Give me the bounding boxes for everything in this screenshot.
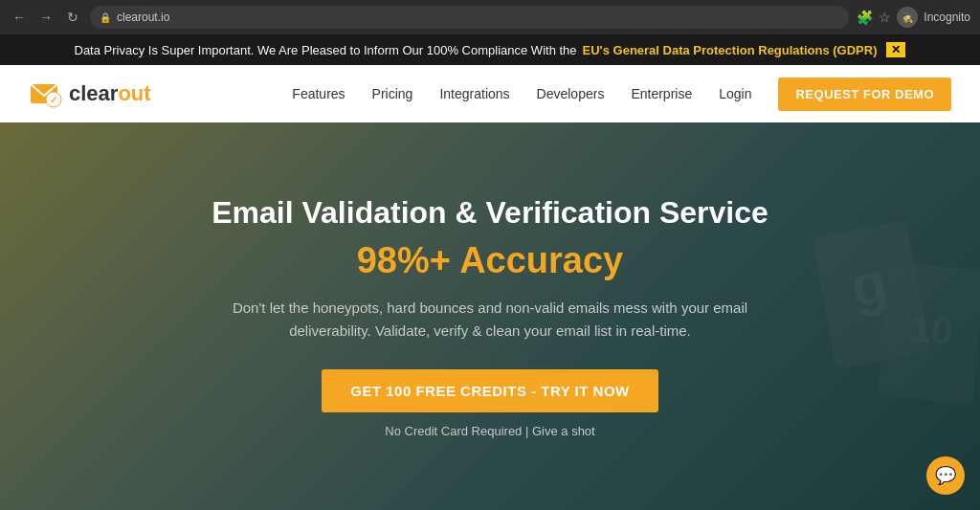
hero-cta-button[interactable]: GET 100 FREE CREDITS - TRY IT NOW — [322, 369, 658, 412]
nav-pricing[interactable]: Pricing — [372, 86, 413, 101]
browser-actions: 🧩 ☆ 🕵 Incognito — [857, 7, 970, 28]
chat-icon: 💬 — [935, 465, 956, 486]
reload-button[interactable]: ↻ — [63, 8, 82, 27]
hero-title: Email Validation & Verification Service — [212, 195, 768, 231]
bookmark-icon[interactable]: ☆ — [879, 10, 891, 25]
hero-subtitle: Don't let the honeypots, hard bounces an… — [222, 297, 758, 343]
hero-accuracy: 98%+ Accuracy — [357, 240, 624, 281]
logo[interactable]: ✓ clearout — [29, 77, 151, 111]
gdpr-close-button[interactable]: ✕ — [886, 42, 905, 57]
hero-section: g 10 Email Validation & Verification Ser… — [0, 122, 980, 510]
gdpr-normal-text: Data Privacy Is Super Important. We Are … — [75, 43, 577, 57]
nav-features[interactable]: Features — [292, 86, 345, 101]
nav-integrations[interactable]: Integrations — [439, 86, 509, 101]
main-nav: Features Pricing Integrations Developers… — [292, 78, 951, 111]
lock-icon: 🔒 — [100, 12, 111, 23]
logo-icon: ✓ — [29, 77, 63, 111]
chat-bubble[interactable]: 💬 — [926, 456, 965, 495]
incognito-badge: 🕵 — [897, 7, 918, 28]
request-demo-button[interactable]: REQUEST FOR DEMO — [778, 78, 951, 111]
nav-enterprise[interactable]: Enterprise — [631, 86, 692, 101]
gdpr-bold-text: EU's General Data Protection Regulations… — [583, 43, 878, 57]
logo-out: out — [118, 81, 150, 105]
nav-login[interactable]: Login — [719, 86, 751, 101]
gdpr-banner: Data Privacy Is Super Important. We Are … — [0, 34, 980, 65]
incognito-label: Incognito — [924, 11, 970, 24]
bg-card-2: 10 — [878, 261, 980, 403]
bg-card-svg-2: 10 — [878, 261, 980, 403]
svg-text:10: 10 — [908, 306, 954, 352]
logo-clear: clear — [69, 81, 118, 105]
nav-developers[interactable]: Developers — [537, 86, 605, 101]
incognito-icon: 🕵 — [902, 12, 913, 23]
browser-chrome: ← → ↻ 🔒 clearout.io 🧩 ☆ 🕵 Incognito — [0, 0, 980, 34]
hero-no-cc-text: No Credit Card Required | Give a shot — [385, 424, 594, 438]
logo-svg: ✓ — [29, 77, 63, 111]
back-button[interactable]: ← — [10, 8, 29, 27]
extensions-icon[interactable]: 🧩 — [857, 10, 873, 25]
svg-text:✓: ✓ — [50, 95, 57, 105]
url-text: clearout.io — [117, 11, 169, 24]
logo-text: clearout — [69, 81, 151, 106]
forward-button[interactable]: → — [36, 8, 56, 27]
address-bar[interactable]: 🔒 clearout.io — [90, 6, 849, 29]
header: ✓ clearout Features Pricing Integrations… — [0, 65, 980, 122]
